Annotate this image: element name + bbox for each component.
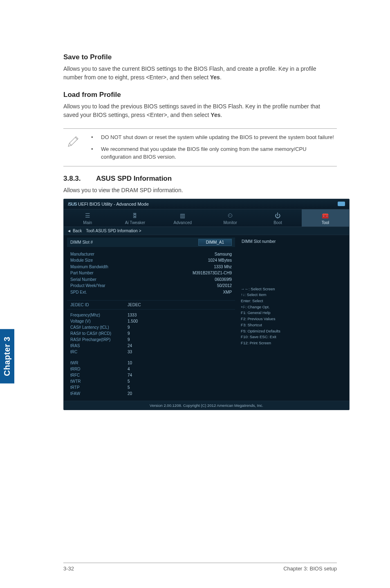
note-1-text: DO NOT shut down or reset the system whi… [101, 134, 334, 141]
timing-value: 4 [128, 366, 130, 372]
info-key: Maximum Bandwidth [70, 264, 214, 270]
info-key: SPD Ext. [70, 289, 223, 296]
load-profile-body: Allows you to load the previous BIOS set… [63, 102, 337, 119]
pencil-icon [63, 131, 83, 148]
chip-icon: ▥ [159, 212, 206, 219]
help-line: +/-: Change Opt. [241, 304, 346, 310]
load-profile-yes: Yes [211, 112, 220, 118]
timing-row: tWTR5 [70, 378, 232, 384]
timing-key: Voltage (V) [70, 318, 128, 324]
timing-value: 1.500 [128, 318, 138, 324]
help-line: F3: Shortcut [241, 322, 346, 328]
timing-row: tRFC74 [70, 372, 232, 378]
help-line: F2: Previous Values [241, 316, 346, 322]
info-value: 1333 Mhz [214, 264, 232, 270]
timing-row: tFAW20 [70, 391, 232, 397]
info-key: Part Number [70, 270, 193, 276]
timing-value: 5 [128, 384, 130, 391]
note-box: • DO NOT shut down or reset the system w… [63, 128, 337, 166]
power-icon: ⏻ [254, 212, 301, 219]
note-2-text: We recommend that you update the BIOS fi… [101, 146, 337, 161]
bios-sub-bar: ◄ Back Tool\ ASUS SPD Information > [64, 227, 349, 235]
timing-key: tRRD [70, 366, 128, 372]
timing-value: 1333 [128, 312, 137, 318]
note-item-1: • DO NOT shut down or reset the system w… [91, 134, 337, 141]
note-item-2: • We recommend that you update the BIOS … [91, 146, 337, 161]
tab-monitor[interactable]: ⏲ Monitor [206, 209, 254, 227]
timing-value: 10 [128, 360, 132, 366]
info-row: Product Week/Year50/2012 [70, 283, 232, 289]
breadcrumb: Tool\ ASUS SPD Information > [86, 229, 141, 233]
save-profile-heading: Save to Profile [63, 53, 337, 61]
info-value: 50/2012 [217, 283, 232, 289]
tab-tool-label: Tool [322, 220, 329, 225]
info-key: Manufacturer [70, 251, 215, 258]
tab-advanced[interactable]: ▥ Advanced [159, 209, 206, 227]
help-line: Enter: Select [241, 298, 346, 304]
timing-row: CAS# Lantency (tCL)9 [70, 324, 232, 330]
timing-value: 9 [128, 324, 130, 330]
bios-title-text: UEFI BIOS Utility - Advanced Mode [78, 202, 149, 206]
bios-left-pane: DIMM Slot # DIMM_A1 ManufacturerSamsungM… [67, 238, 235, 398]
timing-row: RAS# to CAS# (tRCD)9 [70, 330, 232, 337]
tab-ai-tweaker[interactable]: 🎛 Ai Tweaker [111, 209, 159, 227]
timing-key: tRAS [70, 343, 128, 349]
dimm-slot-row[interactable]: DIMM Slot # DIMM_A1 [67, 238, 235, 247]
info-key: Product Week/Year [70, 283, 217, 289]
page-footer: 3-32 Chapter 3: BIOS setup [63, 563, 337, 572]
palette-icon: 🎛 [111, 212, 159, 219]
tab-tool[interactable]: 🧰 Tool [302, 209, 349, 227]
help-line: →←: Select Screen [241, 286, 346, 292]
jedec-row: JEDEC ID JEDEC [67, 300, 235, 310]
timing-key: RAS# Precharge(tRP) [70, 337, 128, 343]
info-value: XMP [223, 289, 232, 296]
bios-right-pane: DIMM Slot number →←: Select Screen↑↓: Se… [238, 238, 346, 398]
tab-main[interactable]: ☰ Main [64, 209, 111, 227]
tab-boot[interactable]: ⏻ Boot [254, 209, 301, 227]
help-line: ↑↓: Select Item [241, 292, 346, 298]
side-chapter-tab: Chapter 3 [0, 329, 14, 384]
info-row: Serial Number060369f9 [70, 276, 232, 283]
bios-window: /SUS UEFI BIOS Utility - Advanced Mode ☰… [63, 199, 350, 411]
timing-key: tRFC [70, 372, 128, 378]
timing-key: tRTP [70, 384, 128, 391]
info-key: Module Size [70, 257, 208, 264]
timing-value: 9 [128, 330, 130, 337]
info-row: ManufacturerSamsung [70, 251, 232, 258]
exit-icon[interactable] [338, 202, 345, 206]
tab-mon-label: Monitor [223, 220, 237, 225]
info-row: Part NumberM391B2873DZ1-CH9 [70, 270, 232, 276]
timing-row: tRTP5 [70, 384, 232, 391]
dimm-slot-label: DIMM Slot # [70, 240, 198, 245]
timing-value: 74 [128, 372, 132, 378]
right-title: DIMM Slot number [241, 238, 346, 245]
jedec-label: JEDEC ID [70, 303, 128, 307]
spd-section-body: Allows you to view the DRAM SPD informat… [63, 186, 337, 195]
tab-ai-label: Ai Tweaker [125, 220, 145, 225]
back-button[interactable]: ◄ Back [67, 229, 82, 233]
page-footer-title: Chapter 3: BIOS setup [283, 566, 337, 572]
bios-footer: Version 2.00.1208. Copyright (C) 2012 Am… [64, 401, 349, 410]
timing-row: tRC33 [70, 349, 232, 355]
section-title: ASUS SPD Information [96, 175, 172, 183]
info-row: Module Size1024 MBytes [70, 257, 232, 264]
timing-value: 24 [128, 343, 132, 349]
help-line: F5: Optimized Defaults [241, 328, 346, 334]
info-value: 1024 MBytes [208, 257, 232, 264]
jedec-value: JEDEC [128, 303, 141, 307]
timing-key: CAS# Lantency (tCL) [70, 324, 128, 330]
load-profile-heading: Load from Profile [63, 91, 337, 99]
info-value: 060369f9 [215, 276, 232, 283]
timing-key: tWR [70, 360, 128, 366]
timing-value: 20 [128, 391, 132, 397]
timing-key: tRC [70, 349, 128, 355]
timing-key: tFAW [70, 391, 128, 397]
bullet: • [91, 146, 101, 161]
help-line: F1: General Help [241, 310, 346, 316]
arrow-left-icon: ◄ [67, 229, 71, 233]
dimm-slot-value[interactable]: DIMM_A1 [198, 239, 232, 246]
help-legend: →←: Select Screen↑↓: Select ItemEnter: S… [241, 286, 346, 346]
timing-key: Frequency(Mhz) [70, 312, 128, 318]
monitor-icon: ⏲ [206, 212, 254, 219]
tab-boot-label: Boot [273, 220, 282, 225]
